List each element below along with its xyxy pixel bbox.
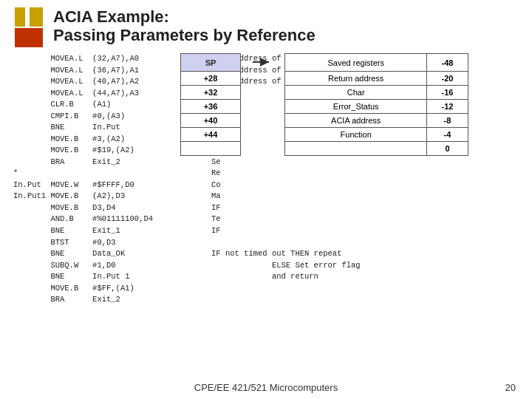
empty-cell [181, 142, 241, 156]
neg-12: -12 [426, 100, 468, 114]
stack-row-2: +36 Error_Status -12 [181, 100, 468, 114]
return-address-label: Return address [285, 72, 427, 86]
title-line2: Passing Parameters by Reference [53, 26, 316, 44]
stack-row-zero: 0 [181, 142, 468, 156]
stack-table: SP Saved registers -48 +28 Return addres… [180, 53, 468, 156]
header: ACIA Example: Passing Parameters by Refe… [0, 0, 532, 53]
stack-row-sp: SP Saved registers -48 [181, 54, 468, 72]
error-status-label: Error_Status [285, 100, 427, 114]
empty-arrow-2 [241, 86, 285, 100]
logo [15, 7, 43, 47]
logo-bottom [15, 28, 43, 47]
empty-arrow-4 [241, 114, 285, 128]
empty-arrow-3 [241, 100, 285, 114]
stack-row-1: +32 Char -16 [181, 86, 468, 100]
offset-44: +44 [181, 128, 241, 142]
neg-4: -4 [426, 128, 468, 142]
page-number: 20 [505, 382, 516, 393]
offset-36: +36 [181, 100, 241, 114]
offset-28: +28 [181, 72, 241, 86]
footer-text: CPE/EE 421/521 Microcomputers [194, 382, 338, 393]
stack-row-0: +28 Return address -20 [181, 72, 468, 86]
empty-arrow [241, 72, 285, 86]
function-label: Function [285, 128, 427, 142]
char-label: Char [285, 86, 427, 100]
arrow-svg [253, 56, 273, 68]
stack-diagram: SP Saved registers -48 +28 Return addres… [180, 53, 468, 156]
neg-16: -16 [426, 86, 468, 100]
zero-cell [285, 142, 427, 156]
footer: CPE/EE 421/521 Microcomputers [0, 382, 532, 393]
neg-20: -20 [426, 72, 468, 86]
neg-48: -48 [426, 54, 468, 72]
saved-registers-label: Saved registers [285, 54, 427, 72]
title-line1: ACIA Example: [53, 7, 316, 26]
neg-8: -8 [426, 114, 468, 128]
acia-address-label: ACIA address [285, 114, 427, 128]
stack-row-4: +44 Function -4 [181, 128, 468, 142]
offset-40: +40 [181, 114, 241, 128]
stack-row-3: +40 ACIA address -8 [181, 114, 468, 128]
offset-32: +32 [181, 86, 241, 100]
sp-label: SP [181, 54, 241, 72]
empty-arrow-5 [241, 128, 285, 142]
arrow-icon [241, 54, 285, 72]
title-block: ACIA Example: Passing Parameters by Refe… [53, 7, 316, 45]
empty-arrow-6 [241, 142, 285, 156]
zero-label: 0 [426, 142, 468, 156]
code-left: MOVEA.L (32,A7),A0 MOVEA.L (36,A7),A1 MO… [13, 53, 205, 306]
